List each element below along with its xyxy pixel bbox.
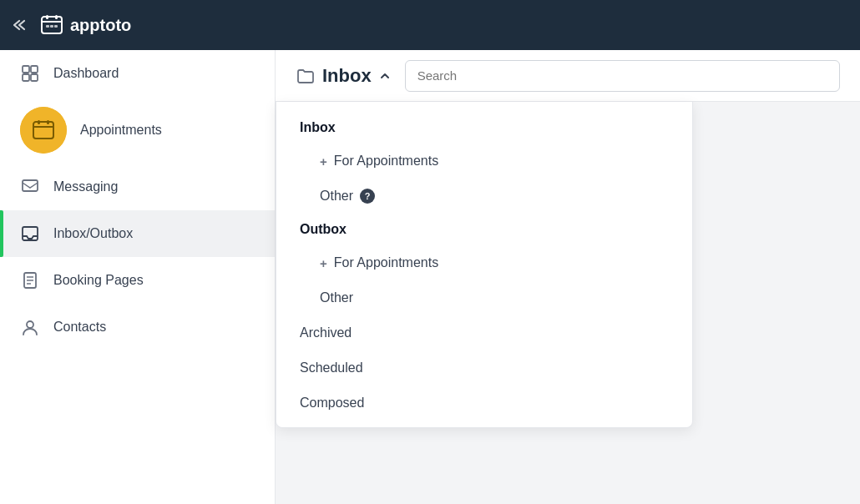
dropdown-inbox-other-label: Other: [320, 189, 353, 204]
dropdown-outbox-for-appointments-label: For Appointments: [334, 255, 438, 270]
dropdown-composed[interactable]: Composed: [276, 386, 692, 421]
dropdown-outbox-other-label: Other: [320, 290, 353, 305]
folder-icon: [296, 66, 316, 86]
grid-icon: [20, 63, 40, 83]
dropdown-outbox-for-appointments[interactable]: + For Appointments: [276, 245, 692, 280]
dropdown-scheduled[interactable]: Scheduled: [276, 350, 692, 386]
logo-text: apptoto: [70, 16, 131, 35]
sidebar-item-label-appointments: Appointments: [80, 123, 162, 138]
topbar: apptoto: [0, 0, 860, 50]
sidebar-item-booking-pages[interactable]: Booking Pages: [0, 257, 275, 304]
inbox-title-text: Inbox: [322, 65, 372, 87]
help-icon: ?: [360, 189, 375, 204]
sidebar-item-inbox-outbox[interactable]: Inbox/Outbox: [0, 210, 275, 257]
svg-rect-11: [33, 122, 53, 139]
svg-rect-5: [50, 25, 53, 28]
svg-rect-7: [23, 66, 29, 73]
svg-rect-4: [46, 25, 49, 28]
content-area: Inbox Attachment Inbox + For Appoin: [276, 50, 860, 504]
person-icon: [20, 317, 40, 337]
search-input[interactable]: [405, 60, 840, 92]
dropdown-inbox-for-appointments[interactable]: + For Appointments: [276, 144, 692, 179]
dropdown-archived-label: Archived: [300, 325, 352, 340]
message-icon: [20, 177, 40, 197]
svg-rect-15: [23, 180, 38, 191]
sidebar-item-label-messaging: Messaging: [53, 179, 118, 194]
dropdown-archived[interactable]: Archived: [276, 315, 692, 350]
content-header: Inbox: [276, 50, 860, 102]
svg-rect-9: [23, 74, 29, 81]
plus-icon-inbox: +: [320, 154, 327, 169]
svg-rect-10: [31, 74, 38, 81]
app-logo: apptoto: [40, 13, 131, 37]
chevron-up-icon[interactable]: [378, 69, 392, 83]
dropdown-outbox-header[interactable]: Outbox: [276, 214, 692, 245]
sidebar-item-label-inbox-outbox: Inbox/Outbox: [53, 226, 133, 241]
svg-rect-2: [46, 15, 48, 19]
appointments-avatar: [20, 107, 67, 154]
inbox-dropdown: Inbox + For Appointments Other ? Outbox …: [276, 102, 693, 428]
active-indicator: [0, 210, 3, 257]
dropdown-inbox-label: Inbox: [300, 120, 336, 135]
sidebar-item-label-booking-pages: Booking Pages: [53, 273, 144, 288]
dropdown-scheduled-label: Scheduled: [300, 360, 363, 375]
inbox-icon: [20, 224, 40, 244]
sidebar-item-contacts[interactable]: Contacts: [0, 304, 275, 350]
svg-rect-14: [47, 120, 49, 124]
sidebar-item-dashboard[interactable]: Dashboard: [0, 50, 275, 97]
dropdown-inbox-header[interactable]: Inbox: [276, 108, 692, 144]
sidebar-item-messaging[interactable]: Messaging: [0, 164, 275, 210]
dropdown-inbox-for-appointments-label: For Appointments: [334, 154, 438, 169]
inbox-title: Inbox: [296, 65, 392, 87]
svg-rect-3: [55, 15, 58, 19]
plus-icon-outbox: +: [320, 256, 327, 270]
svg-rect-6: [54, 25, 58, 28]
sidebar-item-appointments[interactable]: Appointments: [0, 97, 275, 164]
collapse-button[interactable]: [13, 17, 30, 33]
dropdown-outbox-other[interactable]: Other: [276, 280, 692, 315]
dropdown-inbox-other[interactable]: Other ?: [276, 179, 692, 214]
sidebar-item-label-dashboard: Dashboard: [53, 66, 119, 81]
dropdown-outbox-label: Outbox: [300, 222, 347, 237]
svg-point-21: [27, 321, 33, 328]
sidebar: Dashboard Appointments: [0, 50, 276, 504]
main-layout: Dashboard Appointments: [0, 50, 860, 504]
svg-rect-8: [31, 66, 38, 73]
sidebar-item-label-contacts: Contacts: [53, 320, 106, 335]
svg-rect-13: [38, 120, 40, 124]
dropdown-composed-label: Composed: [300, 396, 364, 411]
book-icon: [20, 270, 40, 290]
